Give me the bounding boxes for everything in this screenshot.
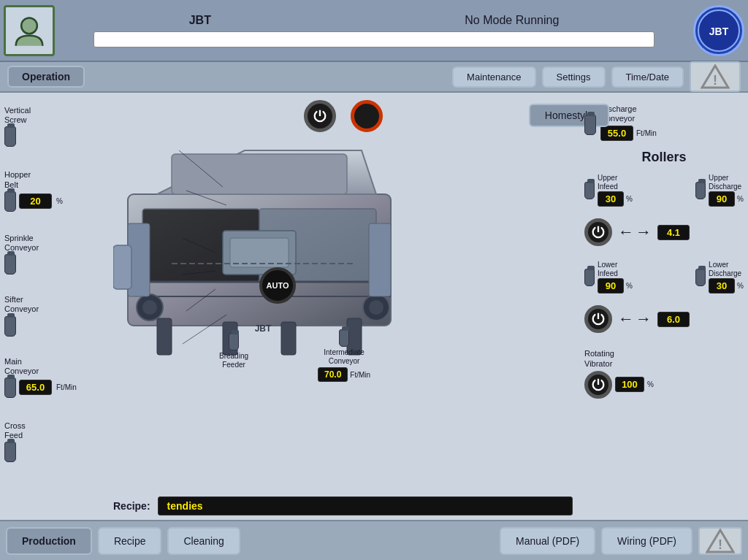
upper-arrow-indicator: ←→	[618, 223, 652, 242]
tab-timedate[interactable]: Time/Date	[611, 66, 684, 88]
upper-discharge-bottle[interactable]	[695, 182, 706, 199]
cross-feed-label: CrossFeed	[4, 421, 26, 440]
lower-roller-power-btn[interactable]	[584, 305, 612, 333]
sifter-conveyor-group: SifterConveyor	[4, 295, 102, 336]
tab-recipe[interactable]: Recipe	[98, 527, 162, 555]
lower-infeed-label: LowerInfeed	[598, 261, 633, 278]
recipe-label: Recipe:	[113, 500, 150, 512]
main-conveyor-bottle[interactable]	[4, 377, 16, 398]
upper-infeed-value[interactable]: 30	[598, 191, 624, 207]
warning-icon-top[interactable]: !	[690, 61, 741, 92]
lower-infeed-bottle[interactable]	[584, 269, 595, 286]
nav-row: Operation Maintenance Settings Time/Date…	[0, 62, 748, 93]
upper-discharge-unit: %	[737, 195, 744, 203]
user-icon[interactable]	[4, 5, 55, 56]
mode-label: No Mode Running	[465, 14, 559, 27]
upper-roller-power-btn[interactable]	[584, 218, 612, 246]
lower-infeed-value[interactable]: 90	[598, 278, 624, 294]
sifter-conveyor-bottle[interactable]	[4, 316, 16, 337]
lower-discharge-group: LowerDischarge 30 %	[695, 261, 744, 294]
upper-discharge-label: UpperDischarge	[709, 174, 744, 191]
tab-production[interactable]: Production	[6, 527, 92, 555]
svg-rect-20	[172, 154, 347, 194]
main-conveyor-label: MainConveyor	[4, 357, 39, 376]
upper-discharge-group: UpperDischarge 90 %	[695, 174, 744, 207]
svg-point-0	[21, 18, 37, 34]
sprinkle-conveyor-label: SprinkleConveyor	[4, 234, 39, 253]
rotating-vibrator-label: RotatingVibrator	[584, 349, 654, 368]
svg-rect-23	[157, 318, 172, 355]
svg-rect-22	[113, 245, 131, 289]
lower-discharge-bottle[interactable]	[695, 269, 706, 286]
tab-maintenance[interactable]: Maintenance	[452, 66, 535, 88]
hopper-belt-bottle[interactable]	[4, 191, 16, 212]
main-content: VerticalScrew HopperBelt 20 % SprinkleCo…	[0, 93, 748, 520]
sifter-conveyor-label: SifterConveyor	[4, 295, 39, 314]
upper-discharge-value[interactable]: 90	[709, 191, 735, 207]
svg-text:JBT: JBT	[255, 323, 272, 334]
hopper-belt-unit: %	[56, 197, 63, 205]
left-panel: VerticalScrew HopperBelt 20 % SprinkleCo…	[0, 93, 106, 520]
brand-label: JBT	[189, 14, 211, 27]
machine-diagram: JBT	[113, 136, 405, 362]
vertical-screw-label: VerticalScrew	[4, 106, 31, 125]
jbt-logo: JBT	[693, 5, 744, 56]
lower-infeed-group: LowerInfeed 90 %	[584, 261, 633, 294]
tab-operation[interactable]: Operation	[7, 66, 85, 88]
right-panel: DischargeConveyor 55.0 Ft/Min Rollers Up	[580, 93, 748, 520]
upper-infeed-unit: %	[626, 195, 633, 203]
svg-rect-19	[369, 223, 391, 296]
hopper-belt-group: HopperBelt 20 %	[4, 170, 102, 211]
lower-infeed-unit: %	[626, 282, 633, 290]
auto-button[interactable]: AUTO	[259, 267, 296, 304]
rotating-vibrator-btn[interactable]	[584, 371, 612, 399]
lower-spread-value[interactable]: 6.0	[657, 312, 690, 327]
bottom-nav: Production Recipe Cleaning Manual (PDF) …	[0, 520, 748, 560]
power-button[interactable]	[304, 100, 336, 132]
warning-icon-bottom[interactable]: !	[698, 527, 742, 555]
ring-button[interactable]	[351, 100, 383, 132]
breading-feeder-group: BreadingFeeder	[219, 333, 248, 369]
svg-point-12	[142, 300, 157, 315]
intermediate-conveyor-unit: Ft/Min	[350, 371, 370, 379]
svg-text:!: !	[713, 73, 717, 88]
lower-discharge-unit: %	[737, 282, 744, 290]
hopper-belt-label: HopperBelt	[4, 170, 31, 189]
lower-discharge-value[interactable]: 30	[709, 278, 735, 294]
intermediate-conveyor-value[interactable]: 70.0	[318, 367, 348, 382]
tab-manual-pdf[interactable]: Manual (PDF)	[500, 527, 595, 555]
svg-text:JBT: JBT	[709, 26, 729, 37]
sprinkle-conveyor-bottle[interactable]	[4, 254, 16, 275]
breading-feeder-bottle[interactable]	[229, 333, 239, 350]
upper-spread-value[interactable]: 4.1	[657, 225, 690, 240]
rotating-vibrator-group: RotatingVibrator 100 %	[584, 349, 744, 398]
header-status-bar	[94, 31, 655, 47]
homestyle-button[interactable]: Homestyle	[529, 104, 609, 127]
rotating-vibrator-value[interactable]: 100	[615, 377, 644, 392]
intermediate-conveyor-bottle[interactable]	[339, 329, 349, 347]
vertical-screw-bottle[interactable]	[4, 126, 16, 147]
tab-cleaning[interactable]: Cleaning	[167, 527, 240, 555]
tab-wiring-pdf[interactable]: Wiring (PDF)	[601, 527, 692, 555]
cross-feed-group: CrossFeed	[4, 421, 102, 462]
upper-roller-control: ←→ 4.1	[584, 218, 744, 246]
recipe-row: Recipe: tendies	[106, 492, 580, 520]
cross-feed-bottle[interactable]	[4, 442, 16, 462]
discharge-unit: Ft/Min	[636, 129, 657, 137]
sprinkle-conveyor-group: SprinkleConveyor	[4, 234, 102, 275]
main-conveyor-value[interactable]: 65.0	[19, 380, 52, 395]
breading-feeder-label: BreadingFeeder	[219, 352, 248, 369]
header: JBT No Mode Running JBT	[0, 0, 748, 62]
recipe-input[interactable]: tendies	[158, 496, 573, 515]
center-area: Homestyle	[106, 93, 580, 520]
discharge-bottle[interactable]	[584, 115, 596, 135]
main-conveyor-unit: Ft/Min	[56, 383, 77, 391]
intermediate-conveyor-label: IntermediateConveyor	[324, 348, 365, 366]
upper-infeed-bottle[interactable]	[584, 182, 595, 199]
discharge-value[interactable]: 55.0	[600, 126, 633, 141]
hopper-belt-value[interactable]: 20	[19, 193, 52, 209]
lower-arrow-indicator: ←→	[618, 310, 652, 329]
tab-settings[interactable]: Settings	[542, 66, 606, 88]
upper-infeed-label: UpperInfeed	[598, 174, 633, 191]
lower-discharge-label: LowerDischarge	[709, 261, 744, 278]
